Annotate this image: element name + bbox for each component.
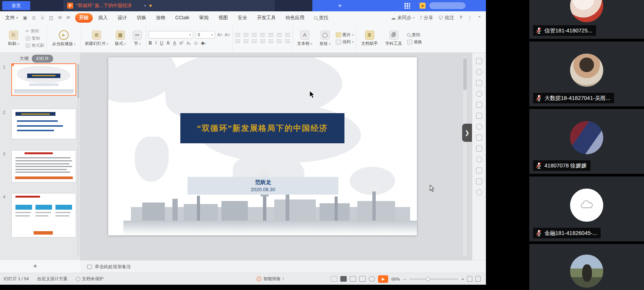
rail-icon[interactable] <box>476 189 482 195</box>
zoom-slider-knob[interactable] <box>426 277 430 281</box>
more-menu-icon[interactable]: ⋮ <box>467 15 472 21</box>
account-pill[interactable] <box>429 2 466 9</box>
rail-icon[interactable] <box>476 178 482 184</box>
rail-icon[interactable] <box>476 69 482 75</box>
grid-toggle-icon[interactable] <box>331 276 337 282</box>
tab-review[interactable]: 审阅 <box>195 13 213 23</box>
find-button[interactable]: 查找 <box>407 32 422 38</box>
print-icon[interactable]: ⌸ <box>40 15 45 20</box>
slideshow-play-button[interactable]: ▶ <box>378 275 388 283</box>
zoom-in-button[interactable]: + <box>461 277 464 281</box>
tab-security[interactable]: 安全 <box>234 13 251 23</box>
notes-bar[interactable]: 单击此处添加备注 <box>80 260 486 273</box>
tab-cctalk-plugin[interactable]: CCtalk <box>171 14 194 22</box>
output-icon[interactable]: ⎙ <box>31 15 37 20</box>
tab-view[interactable]: 视图 <box>214 13 232 23</box>
fullscreen-button[interactable] <box>475 276 481 282</box>
slide-thumbnail-1[interactable] <box>11 63 76 96</box>
align-bottom-icon[interactable] <box>285 40 290 44</box>
design-scheme-button[interactable]: 自定义设计方案 <box>37 276 68 282</box>
tab-devtools[interactable]: 开发工具 <box>253 13 280 23</box>
tab-insert[interactable]: 插入 <box>94 13 112 23</box>
layout-button[interactable]: ▦ 版式 ▾ <box>112 31 129 46</box>
numbering-icon[interactable] <box>243 33 249 37</box>
share-button[interactable]: ⤴分享 <box>420 15 433 21</box>
tab-slides[interactable]: 幻灯片 <box>32 55 53 63</box>
rail-icon[interactable] <box>476 157 482 163</box>
tab-transition[interactable]: 切换 <box>133 13 151 23</box>
clear-format-icon[interactable]: ◇ <box>194 40 197 46</box>
font-color-icon[interactable]: A̲ <box>173 40 176 46</box>
section-button[interactable]: ≔ 节 ▾ <box>131 31 144 46</box>
subscript-icon[interactable]: x₂ <box>187 40 191 46</box>
home-tab[interactable]: 首页 <box>2 1 30 10</box>
reading-view-button[interactable] <box>359 276 366 282</box>
thumbnail-scrollbar[interactable] <box>77 64 79 256</box>
save-icon[interactable]: ▣ <box>23 15 28 20</box>
current-slide[interactable]: “双循环”新发展格局下的中国经济 范炳龙 2020.08.30 <box>108 57 417 235</box>
participant-tile[interactable] <box>529 244 644 290</box>
new-tab-button[interactable]: + <box>335 2 345 10</box>
text-effects-icon[interactable]: ◆▾ <box>201 40 206 46</box>
rail-icon[interactable] <box>476 124 482 130</box>
slide-thumbnail-2[interactable] <box>11 109 76 139</box>
participant-tile[interactable]: 金融181-41826045-... <box>529 176 644 241</box>
participant-tile[interactable]: 大数据18-41827041-吴雨... <box>529 41 644 106</box>
membership-icon[interactable]: ★ <box>420 3 426 9</box>
textbox-button[interactable]: A 文本框 ▾ <box>295 31 315 46</box>
doc-protection-button[interactable]: 文档未保护 <box>76 276 104 282</box>
rail-icon[interactable] <box>476 91 482 97</box>
pin-icon[interactable]: ⌖ <box>144 3 146 8</box>
underline-button[interactable]: U <box>160 40 163 46</box>
rail-icon[interactable] <box>476 80 482 86</box>
decrease-font-icon[interactable]: A˅ <box>225 32 230 37</box>
tab-special-apps[interactable]: 特色应用 <box>281 13 309 23</box>
picture-button[interactable]: 图片▾ <box>336 32 354 38</box>
comment-button[interactable]: 🗩批注 <box>438 15 454 21</box>
shapes-button[interactable]: ◯ 形状 ▾ <box>317 31 334 46</box>
line-spacing-icon[interactable] <box>268 33 274 37</box>
doc-assistant-button[interactable]: 🗎 文档助手 <box>359 31 381 46</box>
normal-view-button[interactable] <box>340 276 347 282</box>
zoom-level[interactable]: 66% <box>391 277 400 281</box>
ribbon-search[interactable]: 查找 <box>314 15 328 21</box>
rail-icon[interactable] <box>476 113 482 119</box>
slide-title-box[interactable]: “双循环”新发展格局下的中国经济 <box>180 113 344 143</box>
align-left-icon[interactable] <box>235 40 240 44</box>
rail-icon[interactable] <box>476 135 482 141</box>
indent-increase-icon[interactable] <box>260 33 265 37</box>
arrange-button[interactable]: 排列▾ <box>336 39 354 45</box>
canvas-scrollbar[interactable] <box>463 57 467 256</box>
fit-slide-button[interactable] <box>467 276 472 282</box>
text-direction-icon[interactable] <box>285 33 290 37</box>
play-from-current-button[interactable]: ▶ 从当前播放 ▾ <box>49 30 78 47</box>
rail-icon[interactable] <box>476 146 482 152</box>
help-button[interactable]: ? <box>460 15 462 20</box>
align-right-icon[interactable] <box>252 40 257 44</box>
expand-panel-chevron[interactable]: ❯ <box>462 124 472 142</box>
font-family-combobox[interactable]: ▾ <box>149 31 193 38</box>
rail-icon[interactable] <box>476 58 482 64</box>
redo-icon[interactable]: ⟳ <box>66 15 71 20</box>
zoom-slider[interactable] <box>409 279 458 279</box>
tab-design[interactable]: 设计 <box>114 13 131 23</box>
rail-icon[interactable] <box>476 102 482 108</box>
cut-button[interactable]: ✂剪切 <box>26 28 44 34</box>
slide-thumbnail-4[interactable] <box>11 193 76 238</box>
collapse-ribbon-icon[interactable]: ⌃ <box>478 15 481 21</box>
tab-home[interactable]: 开始 <box>75 13 93 23</box>
smart-layout-button[interactable]: ⬡ 智能排版▾ <box>257 276 284 282</box>
undo-icon[interactable]: ⟲ <box>57 15 63 20</box>
file-menu[interactable]: 文件 ▾ <box>0 15 22 21</box>
subject-tools-button[interactable]: 🗐 学科工具 <box>383 31 405 46</box>
copy-button[interactable]: 复制 <box>26 35 44 41</box>
sync-status[interactable]: ☁未同步▾ <box>391 15 415 21</box>
italic-button[interactable]: I <box>155 40 157 46</box>
zoom-out-button[interactable]: — <box>403 277 406 281</box>
bullets-icon[interactable] <box>235 33 240 37</box>
align-top-icon[interactable] <box>277 40 282 44</box>
paste-button[interactable]: ⎘ 粘贴 ▾ <box>4 31 23 46</box>
justify-icon[interactable] <box>260 40 265 44</box>
bold-button[interactable]: B <box>149 40 152 46</box>
preview-icon[interactable]: ◫ <box>49 15 54 20</box>
